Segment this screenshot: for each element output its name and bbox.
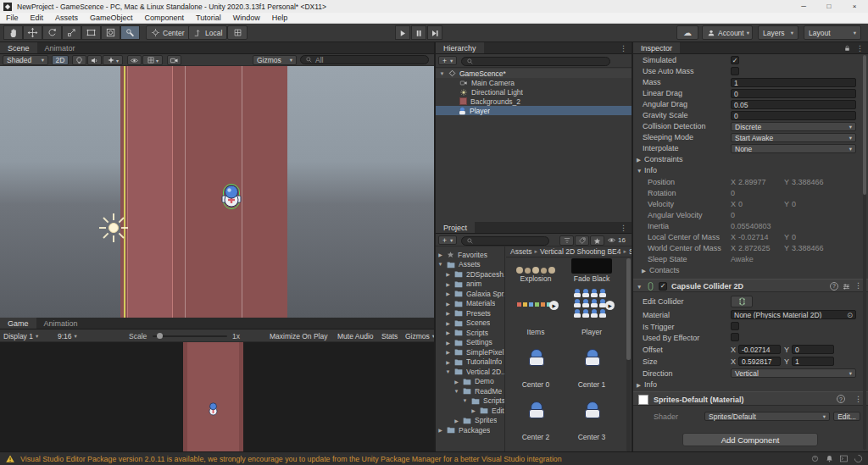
asset-thumb-fade-black[interactable] <box>571 258 612 274</box>
size-y-field[interactable]: 1 <box>792 357 834 366</box>
shader-edit-button[interactable]: Edit... <box>833 412 860 421</box>
capsule-info-foldout[interactable]: Info <box>644 380 657 389</box>
is-trigger-checkbox[interactable] <box>731 322 739 330</box>
hierarchy-add-button[interactable]: + ▾ <box>438 56 457 65</box>
minimize-button[interactable]: ─ <box>793 3 814 10</box>
capsule-collider-header[interactable]: ▼ ✓ Capsule Collider 2D ? ⋮ <box>633 279 868 292</box>
layers-dropdown[interactable]: Layers ▾ <box>758 25 798 40</box>
tree-item-presets[interactable]: ▶Presets <box>436 308 504 318</box>
activity-icon[interactable] <box>810 454 820 463</box>
simulated-checkbox[interactable]: ✓ <box>731 56 739 64</box>
hidden-packages-toggle[interactable]: 16 <box>607 235 626 245</box>
menu-assets[interactable]: Assets <box>49 14 84 22</box>
tree-item-scripts2[interactable]: ▼Scripts <box>436 396 504 406</box>
fold-icon[interactable]: ▼ <box>445 369 451 374</box>
tab-animation[interactable]: Animation <box>36 318 86 329</box>
info-foldout[interactable]: Info <box>644 166 657 174</box>
fold-icon[interactable]: ▶ <box>445 359 451 365</box>
progress-icon[interactable] <box>854 454 863 463</box>
asset-thumb-center0[interactable] <box>515 337 556 379</box>
pivot-local-button[interactable]: Local <box>188 25 227 40</box>
collab-cloud-button[interactable]: ☁ <box>676 25 698 40</box>
layout-dropdown[interactable]: Layout ▾ <box>804 25 861 40</box>
pivot-center-button[interactable]: Center <box>146 25 190 40</box>
directional-light-gizmo[interactable] <box>97 212 130 244</box>
fold-icon[interactable]: ▶ <box>445 291 451 296</box>
stats-button[interactable]: Stats <box>381 330 398 341</box>
fold-icon[interactable]: ▶ <box>453 418 459 423</box>
fold-icon[interactable]: ▼ <box>453 389 459 394</box>
material-header[interactable]: Sprites-Default (Material) ? ⋮ <box>633 391 868 406</box>
fold-icon[interactable]: ▶ <box>453 379 459 385</box>
tree-item-scenes[interactable]: ▶Scenes <box>436 318 504 328</box>
asset-label[interactable]: Fade Black <box>564 274 620 283</box>
console-icon[interactable] <box>839 454 849 463</box>
project-search-input[interactable] <box>461 236 549 246</box>
tree-item-editor[interactable]: ▶Edit... <box>436 406 504 415</box>
hierarchy-item-player[interactable]: Player <box>436 106 632 115</box>
maximize-button[interactable]: □ <box>819 3 839 10</box>
fold-icon[interactable]: ▶ <box>637 382 641 389</box>
spritesheet-expand-icon[interactable]: ▶ <box>605 301 615 310</box>
custom-tool-button[interactable] <box>120 25 140 40</box>
fold-icon[interactable]: ▶ <box>437 427 443 433</box>
2d-toggle[interactable]: 2D <box>52 55 69 65</box>
hierarchy-item-backgrounds[interactable]: Backgrounds_2 <box>436 97 632 106</box>
fold-icon[interactable]: ▶ <box>445 310 451 316</box>
move-tool-button[interactable] <box>23 25 42 40</box>
tree-item-settings[interactable]: ▶Settings <box>436 338 504 347</box>
kebab-icon[interactable]: ⋮ <box>854 395 862 403</box>
tree-item-vertical2d[interactable]: ▼Vertical 2D... <box>436 367 504 376</box>
add-component-button[interactable]: Add Component <box>682 433 818 446</box>
tree-item-simplepixel[interactable]: ▶SimplePixel... <box>436 347 504 357</box>
scale-tool-button[interactable] <box>62 25 81 40</box>
preset-icon[interactable] <box>842 282 851 291</box>
tree-item-readme[interactable]: ▼ReadMe <box>436 386 504 396</box>
fold-icon[interactable]: ▶ <box>437 252 443 257</box>
asset-label[interactable]: Center 0 <box>508 380 564 389</box>
sleeping-mode-dropdown[interactable]: Start Awake▾ <box>731 133 856 142</box>
asset-label[interactable]: Items <box>508 328 564 336</box>
linear-drag-field[interactable]: 0 <box>731 89 856 98</box>
tree-item-2dspaceship[interactable]: ▶2DSpacesh... <box>436 269 504 279</box>
tree-item-assets[interactable]: ▼Assets <box>436 260 504 269</box>
fold-icon[interactable]: ▶ <box>642 268 646 274</box>
maximize-on-play-button[interactable]: Maximize On Play <box>270 330 328 341</box>
status-message[interactable]: Visual Studio Editor Package version 2.0… <box>20 455 562 463</box>
asset-label[interactable]: Explosion <box>508 274 564 283</box>
shader-dropdown[interactable]: Sprites/Default▾ <box>704 412 830 421</box>
close-button[interactable]: × <box>844 3 865 10</box>
size-x-field[interactable]: 0.592817 <box>738 357 781 366</box>
grid-snap-button[interactable] <box>227 25 248 40</box>
tree-item-anim[interactable]: ▶anim <box>436 280 504 289</box>
lighting-toggle[interactable] <box>72 55 86 65</box>
kebab-icon[interactable]: ⋮ <box>856 44 864 53</box>
draw-mode-dropdown[interactable]: Shaded ▾ <box>3 55 48 65</box>
step-button[interactable] <box>427 25 442 40</box>
tree-item-tutorialinfo[interactable]: ▶TutorialInfo <box>436 357 504 367</box>
tree-item-materials[interactable]: ▶Materials <box>436 299 504 308</box>
physics-material-field[interactable]: None (Physics Material 2D) ⊙ <box>731 310 856 319</box>
tab-game[interactable]: Game <box>0 318 36 329</box>
scene-viewport[interactable] <box>0 66 434 318</box>
search-by-type-button[interactable] <box>559 235 574 246</box>
menu-tutorial[interactable]: Tutorial <box>190 14 227 22</box>
scale-slider-handle[interactable] <box>157 333 163 339</box>
interpolate-dropdown[interactable]: None▾ <box>731 144 856 153</box>
help-icon[interactable]: ? <box>837 395 845 403</box>
fold-icon[interactable]: ▶ <box>445 349 451 355</box>
spritesheet-expand-icon[interactable]: ▶ <box>549 301 559 310</box>
search-by-label-button[interactable] <box>575 235 589 246</box>
asset-thumb-center3[interactable] <box>571 390 612 432</box>
constraints-foldout[interactable]: Constraints <box>644 155 683 163</box>
hierarchy-scene-row[interactable]: ▼ GameScence* <box>436 69 632 78</box>
direction-dropdown[interactable]: Vertical▾ <box>731 368 856 378</box>
menu-window[interactable]: Window <box>227 14 266 22</box>
scale-slider-track[interactable] <box>153 335 227 337</box>
menu-file[interactable]: File <box>0 14 25 22</box>
fold-icon[interactable]: ▼ <box>637 168 642 174</box>
tree-item-scripts[interactable]: ▶Scripts <box>436 328 504 337</box>
asset-thumb-items[interactable]: ▶ <box>515 285 556 327</box>
view-tool-button[interactable] <box>3 25 23 40</box>
menu-edit[interactable]: Edit <box>25 14 50 22</box>
